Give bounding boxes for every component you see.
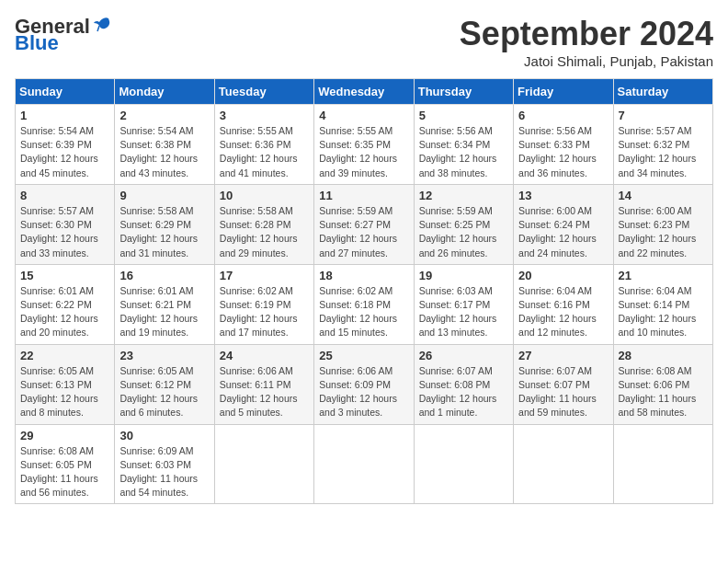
calendar-cell: 12Sunrise: 5:59 AMSunset: 6:25 PMDayligh… <box>414 184 513 264</box>
day-number: 1 <box>20 109 109 122</box>
day-info: Sunrise: 6:06 AMSunset: 6:09 PMDaylight:… <box>319 364 408 420</box>
calendar-cell: 15Sunrise: 6:01 AMSunset: 6:22 PMDayligh… <box>16 264 115 344</box>
logo-blue-text: Blue <box>15 31 59 55</box>
calendar-cell: 2Sunrise: 5:54 AMSunset: 6:38 PMDaylight… <box>115 105 214 185</box>
day-number: 11 <box>319 189 408 202</box>
calendar-cell: 14Sunrise: 6:00 AMSunset: 6:23 PMDayligh… <box>613 184 712 264</box>
calendar-cell <box>314 424 414 504</box>
location-text: Jatoi Shimali, Punjab, Pakistan <box>460 53 713 69</box>
day-number: 5 <box>419 109 508 122</box>
calendar-cell: 7Sunrise: 5:57 AMSunset: 6:32 PMDaylight… <box>613 105 712 185</box>
calendar-cell: 28Sunrise: 6:08 AMSunset: 6:06 PMDayligh… <box>613 344 712 424</box>
calendar-cell: 9Sunrise: 5:58 AMSunset: 6:29 PMDaylight… <box>115 184 214 264</box>
day-info: Sunrise: 6:02 AMSunset: 6:19 PMDaylight:… <box>220 284 309 340</box>
day-info: Sunrise: 6:04 AMSunset: 6:14 PMDaylight:… <box>619 284 708 340</box>
calendar-cell: 6Sunrise: 5:56 AMSunset: 6:33 PMDaylight… <box>514 105 613 185</box>
day-number: 8 <box>20 189 109 202</box>
day-info: Sunrise: 5:59 AMSunset: 6:25 PMDaylight:… <box>419 204 508 260</box>
day-number: 19 <box>419 269 508 282</box>
calendar-cell: 18Sunrise: 6:02 AMSunset: 6:18 PMDayligh… <box>314 264 414 344</box>
day-number: 14 <box>619 189 708 202</box>
week-row-3: 15Sunrise: 6:01 AMSunset: 6:22 PMDayligh… <box>16 264 713 344</box>
calendar-cell: 5Sunrise: 5:56 AMSunset: 6:34 PMDaylight… <box>414 105 513 185</box>
day-number: 18 <box>319 269 408 282</box>
calendar-cell: 22Sunrise: 6:05 AMSunset: 6:13 PMDayligh… <box>16 344 115 424</box>
day-info: Sunrise: 5:58 AMSunset: 6:28 PMDaylight:… <box>220 204 309 260</box>
week-row-5: 29Sunrise: 6:08 AMSunset: 6:05 PMDayligh… <box>16 424 713 504</box>
day-number: 6 <box>518 109 608 122</box>
day-number: 26 <box>419 349 508 362</box>
calendar-cell <box>414 424 513 504</box>
calendar-cell <box>613 424 712 504</box>
day-number: 25 <box>319 349 408 362</box>
day-number: 20 <box>518 269 608 282</box>
day-info: Sunrise: 6:00 AMSunset: 6:23 PMDaylight:… <box>619 204 708 260</box>
calendar-header-row: SundayMondayTuesdayWednesdayThursdayFrid… <box>16 79 713 105</box>
day-info: Sunrise: 6:00 AMSunset: 6:24 PMDaylight:… <box>518 204 608 260</box>
day-number: 10 <box>220 189 309 202</box>
header-saturday: Saturday <box>613 79 712 105</box>
day-number: 13 <box>518 189 608 202</box>
day-number: 21 <box>619 269 708 282</box>
header-thursday: Thursday <box>414 79 513 105</box>
calendar-cell: 25Sunrise: 6:06 AMSunset: 6:09 PMDayligh… <box>314 344 414 424</box>
day-info: Sunrise: 6:03 AMSunset: 6:17 PMDaylight:… <box>419 284 508 340</box>
day-info: Sunrise: 6:05 AMSunset: 6:13 PMDaylight:… <box>20 364 109 420</box>
day-info: Sunrise: 5:58 AMSunset: 6:29 PMDaylight:… <box>119 204 209 260</box>
calendar-cell: 29Sunrise: 6:08 AMSunset: 6:05 PMDayligh… <box>16 424 115 504</box>
day-info: Sunrise: 6:05 AMSunset: 6:12 PMDaylight:… <box>119 364 209 420</box>
day-number: 27 <box>518 349 608 362</box>
calendar-cell: 13Sunrise: 6:00 AMSunset: 6:24 PMDayligh… <box>514 184 613 264</box>
day-number: 30 <box>119 429 209 442</box>
calendar-cell: 21Sunrise: 6:04 AMSunset: 6:14 PMDayligh… <box>613 264 712 344</box>
header-monday: Monday <box>115 79 214 105</box>
day-info: Sunrise: 6:01 AMSunset: 6:22 PMDaylight:… <box>20 284 109 340</box>
day-info: Sunrise: 5:54 AMSunset: 6:39 PMDaylight:… <box>20 124 109 180</box>
day-number: 4 <box>319 109 408 122</box>
day-info: Sunrise: 5:55 AMSunset: 6:35 PMDaylight:… <box>319 124 408 180</box>
day-number: 3 <box>220 109 309 122</box>
week-row-1: 1Sunrise: 5:54 AMSunset: 6:39 PMDaylight… <box>16 105 713 185</box>
day-info: Sunrise: 5:57 AMSunset: 6:32 PMDaylight:… <box>619 124 708 180</box>
day-number: 16 <box>119 269 209 282</box>
calendar-cell: 19Sunrise: 6:03 AMSunset: 6:17 PMDayligh… <box>414 264 513 344</box>
day-info: Sunrise: 6:01 AMSunset: 6:21 PMDaylight:… <box>119 284 209 340</box>
header-sunday: Sunday <box>16 79 115 105</box>
calendar-cell: 20Sunrise: 6:04 AMSunset: 6:16 PMDayligh… <box>514 264 613 344</box>
logo: General Blue <box>15 15 112 55</box>
week-row-2: 8Sunrise: 5:57 AMSunset: 6:30 PMDaylight… <box>16 184 713 264</box>
day-info: Sunrise: 6:07 AMSunset: 6:07 PMDaylight:… <box>518 364 608 420</box>
day-info: Sunrise: 5:56 AMSunset: 6:34 PMDaylight:… <box>419 124 508 180</box>
calendar-cell: 24Sunrise: 6:06 AMSunset: 6:11 PMDayligh… <box>214 344 313 424</box>
day-info: Sunrise: 5:55 AMSunset: 6:36 PMDaylight:… <box>220 124 309 180</box>
calendar-cell: 10Sunrise: 5:58 AMSunset: 6:28 PMDayligh… <box>214 184 313 264</box>
day-number: 22 <box>20 349 109 362</box>
header-friday: Friday <box>514 79 613 105</box>
calendar-cell: 11Sunrise: 5:59 AMSunset: 6:27 PMDayligh… <box>314 184 414 264</box>
calendar-cell: 23Sunrise: 6:05 AMSunset: 6:12 PMDayligh… <box>115 344 214 424</box>
header-wednesday: Wednesday <box>314 79 414 105</box>
day-info: Sunrise: 6:02 AMSunset: 6:18 PMDaylight:… <box>319 284 408 340</box>
calendar-cell <box>514 424 613 504</box>
calendar-cell: 8Sunrise: 5:57 AMSunset: 6:30 PMDaylight… <box>16 184 115 264</box>
title-area: September 2024 Jatoi Shimali, Punjab, Pa… <box>460 15 713 69</box>
day-info: Sunrise: 6:08 AMSunset: 6:05 PMDaylight:… <box>20 444 109 500</box>
day-number: 12 <box>419 189 508 202</box>
calendar-cell: 17Sunrise: 6:02 AMSunset: 6:19 PMDayligh… <box>214 264 313 344</box>
day-info: Sunrise: 5:57 AMSunset: 6:30 PMDaylight:… <box>20 204 109 260</box>
calendar-cell: 4Sunrise: 5:55 AMSunset: 6:35 PMDaylight… <box>314 105 414 185</box>
calendar-cell: 16Sunrise: 6:01 AMSunset: 6:21 PMDayligh… <box>115 264 214 344</box>
day-info: Sunrise: 5:59 AMSunset: 6:27 PMDaylight:… <box>319 204 408 260</box>
day-number: 29 <box>20 429 109 442</box>
day-number: 15 <box>20 269 109 282</box>
day-number: 9 <box>119 189 209 202</box>
week-row-4: 22Sunrise: 6:05 AMSunset: 6:13 PMDayligh… <box>16 344 713 424</box>
page-header: General Blue September 2024 Jatoi Shimal… <box>15 15 713 69</box>
month-title: September 2024 <box>460 15 713 53</box>
day-info: Sunrise: 5:56 AMSunset: 6:33 PMDaylight:… <box>518 124 608 180</box>
day-info: Sunrise: 6:07 AMSunset: 6:08 PMDaylight:… <box>419 364 508 420</box>
calendar-cell: 27Sunrise: 6:07 AMSunset: 6:07 PMDayligh… <box>514 344 613 424</box>
logo-bird-icon <box>92 15 112 35</box>
calendar-cell <box>214 424 313 504</box>
day-info: Sunrise: 5:54 AMSunset: 6:38 PMDaylight:… <box>119 124 209 180</box>
